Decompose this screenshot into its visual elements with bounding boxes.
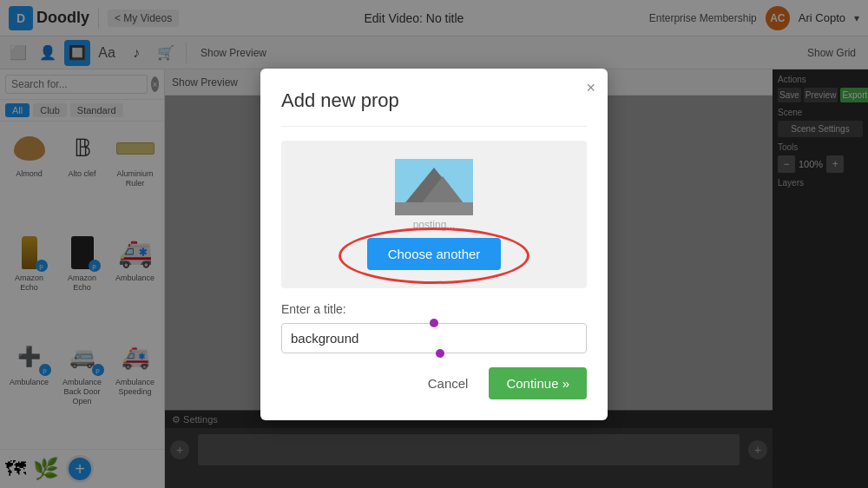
title-input-wrap — [281, 323, 587, 353]
input-dot-left — [430, 319, 438, 327]
modal-close-button[interactable]: × — [586, 79, 595, 97]
modal-title: Add new prop — [281, 89, 587, 112]
title-input[interactable] — [281, 323, 587, 353]
title-label: Enter a title: — [281, 302, 587, 316]
svg-rect-3 — [395, 202, 473, 215]
modal-overlay: × Add new prop posting... Choose another… — [0, 0, 868, 488]
input-dot-right — [436, 349, 444, 358]
image-preview-area: posting... Choose another — [281, 141, 587, 288]
modal-footer: Cancel Continue » — [281, 367, 587, 399]
add-prop-modal: × Add new prop posting... Choose another… — [260, 69, 608, 420]
preview-placeholder: posting... — [413, 219, 456, 231]
choose-another-button[interactable]: Choose another — [367, 238, 502, 270]
continue-button[interactable]: Continue » — [489, 367, 587, 399]
cancel-button[interactable]: Cancel — [418, 369, 479, 398]
modal-divider — [281, 126, 587, 127]
preview-image — [395, 159, 473, 215]
